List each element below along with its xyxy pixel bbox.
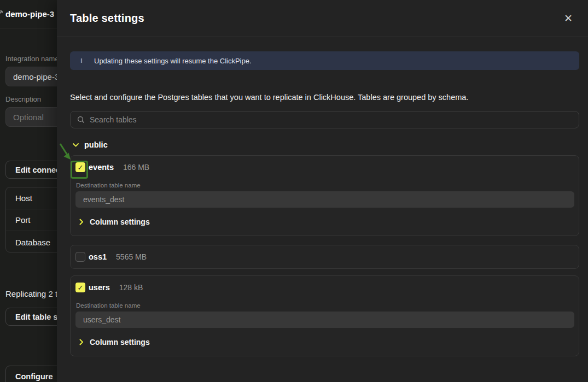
close-icon[interactable]: ✕: [560, 11, 577, 26]
info-banner-text: Updating these settings will resume the …: [94, 57, 252, 65]
destination-table-input-users[interactable]: [75, 312, 574, 328]
search-input[interactable]: [90, 115, 572, 124]
chevron-right-icon: [79, 219, 84, 225]
column-settings-label: Column settings: [90, 218, 150, 226]
table-settings-modal: Table settings ✕ i Updating these settin…: [57, 0, 588, 382]
chevron-right-icon: [79, 339, 84, 345]
description-label: Description: [5, 95, 41, 103]
table-size: 166 MB: [123, 163, 149, 172]
table-card-oss1: oss1 5565 MB: [70, 245, 579, 269]
connection-row-host: Host: [6, 187, 57, 209]
integration-name-input[interactable]: [5, 67, 57, 86]
users-checkbox[interactable]: ✓: [75, 283, 85, 292]
pipe-icon: [0, 9, 4, 19]
oss1-checkbox[interactable]: [75, 252, 85, 262]
column-settings-toggle-users[interactable]: Column settings: [79, 338, 579, 356]
topbar: demo-pipe-3: [0, 0, 57, 28]
sidebar: demo-pipe-3 Integration name Description…: [0, 0, 57, 382]
modal-description: Select and configure the Postgres tables…: [70, 93, 579, 102]
search-box: [70, 111, 579, 128]
table-card-events: ✓ events 166 MB Destination table name C…: [70, 155, 579, 236]
table-name: events: [89, 163, 114, 172]
table-card-users: ✓ users 128 kB Destination table name Co…: [70, 275, 579, 356]
schema-name: public: [84, 140, 108, 149]
column-settings-toggle-events[interactable]: Column settings: [79, 218, 579, 236]
destination-table-input-events[interactable]: [75, 191, 574, 208]
events-checkbox[interactable]: ✓: [75, 162, 85, 172]
modal-header: Table settings ✕: [57, 0, 588, 37]
integration-name-label: Integration name: [5, 55, 57, 63]
chevron-down-icon: [72, 143, 79, 148]
table-size: 5565 MB: [116, 252, 147, 261]
info-icon: i: [80, 57, 83, 64]
screen: demo-pipe-3 Integration name Description…: [0, 0, 588, 382]
modal-body: i Updating these settings will resume th…: [57, 37, 588, 356]
connection-details-card: Host Port Database: [5, 187, 57, 252]
table-name: oss1: [89, 252, 107, 261]
column-settings-label: Column settings: [90, 338, 150, 346]
table-row: ✓ events 166 MB: [71, 156, 579, 179]
edit-table-settings-button[interactable]: Edit table settings: [5, 308, 57, 326]
modal-title: Table settings: [70, 12, 560, 25]
table-size: 128 kB: [119, 283, 143, 292]
configure-button[interactable]: Configure: [5, 366, 57, 382]
info-banner: i Updating these settings will resume th…: [70, 51, 579, 70]
table-row: ✓ users 128 kB: [71, 276, 579, 299]
table-row: oss1 5565 MB: [71, 245, 579, 268]
pipe-title: demo-pipe-3: [5, 9, 54, 19]
schema-group-public[interactable]: public: [70, 140, 579, 149]
table-name: users: [89, 283, 110, 292]
destination-table-label: Destination table name: [76, 302, 579, 309]
edit-connection-button[interactable]: Edit connection: [5, 161, 57, 179]
destination-table-label: Destination table name: [76, 182, 579, 189]
connection-row-port: Port: [6, 209, 57, 231]
description-input[interactable]: [5, 107, 57, 127]
connection-row-database: Database: [6, 231, 57, 252]
replicating-tables-text: Replicating 2 tables: [5, 289, 57, 298]
search-icon: [77, 116, 85, 124]
